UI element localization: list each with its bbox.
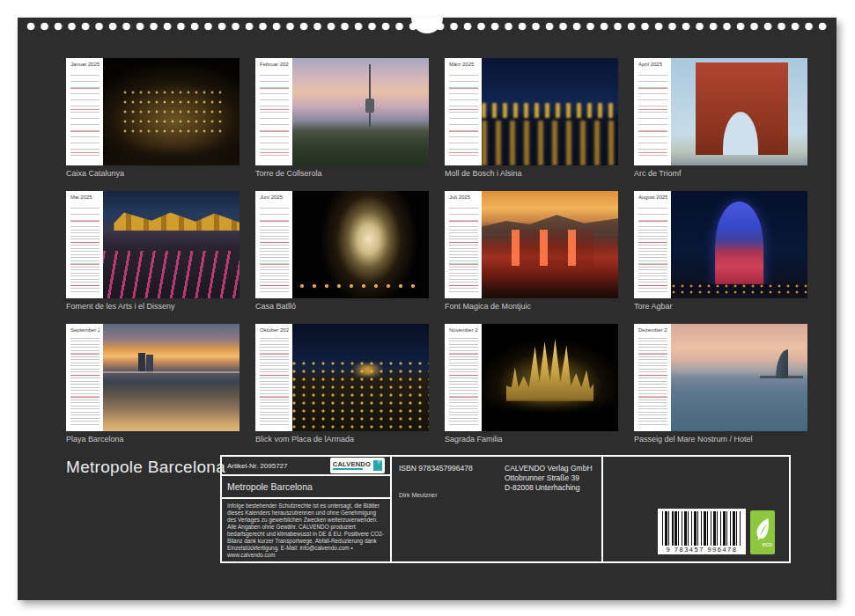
legal-text: Infolge bestehender Schutzrechte ist es … bbox=[222, 499, 390, 562]
month-tile-juni: Juni 2025 Casa Batlló bbox=[255, 191, 429, 312]
photo-foment-de-les-arts bbox=[103, 191, 240, 298]
calvendo-page-icon bbox=[373, 460, 382, 471]
date-lines bbox=[449, 202, 478, 294]
month-label: November 2025 bbox=[449, 327, 478, 334]
publisher-line: D-82008 Unterhaching bbox=[505, 483, 593, 493]
calvendo-logo-tagline bbox=[333, 468, 363, 470]
photo-caption: Playa Barcelona bbox=[66, 435, 240, 444]
month-tile-juli: Juli 2025 Font Magica de Montjuic bbox=[445, 191, 618, 312]
author-name: Dirk Meutzner bbox=[399, 492, 490, 498]
month-tile-august: August 2025 Tore Agbar bbox=[634, 191, 807, 312]
isbn-publisher-box: ISBN 9783457996478 Dirk Meutzner CALVEND… bbox=[390, 455, 603, 563]
calvendo-logo: CALVENDO bbox=[330, 458, 385, 473]
date-strip: April 2025 bbox=[634, 58, 671, 165]
month-tile-november: November 2025 Sagrada Familia bbox=[445, 324, 618, 444]
date-strip: November 2025 bbox=[445, 324, 482, 431]
month-tile-februar: Februar 2025 Torre de Collserola bbox=[255, 58, 429, 179]
month-label: Juli 2025 bbox=[449, 194, 478, 201]
photo-caixa-catalunya bbox=[103, 58, 240, 165]
publisher-line: CALVENDO Verlag GmbH bbox=[505, 464, 593, 473]
month-label: Oktober 2025 bbox=[260, 327, 289, 334]
photo-caption: Font Magica de Montjuic bbox=[445, 302, 618, 312]
date-lines bbox=[260, 202, 289, 294]
calendar-back-page: Januar 2025 Caixa Catalunya Februar 2025… bbox=[18, 18, 837, 600]
date-strip: Mai 2025 bbox=[66, 191, 103, 298]
month-label: September 2025 bbox=[70, 327, 100, 334]
month-label: Mai 2025 bbox=[70, 194, 100, 201]
barcode-bars bbox=[662, 511, 741, 546]
date-lines bbox=[449, 70, 478, 161]
photo-caption: Torre de Collserola bbox=[255, 169, 429, 179]
date-lines bbox=[70, 335, 100, 427]
photo-caption: Casa Batlló bbox=[255, 302, 429, 312]
date-strip: August 2025 bbox=[634, 191, 671, 298]
date-strip: Juli 2025 bbox=[445, 191, 482, 298]
month-tile-april: April 2025 Arc de Triomf bbox=[634, 58, 807, 179]
leaf-icon bbox=[754, 517, 771, 540]
date-strip: Oktober 2025 bbox=[255, 324, 292, 431]
photo-caption: Moll de Bosch i Alsina bbox=[445, 169, 618, 179]
photo-casa-batllo bbox=[292, 191, 429, 298]
month-grid: Januar 2025 Caixa Catalunya Februar 2025… bbox=[66, 58, 807, 444]
barcode-box: 9 783457 996478 eco bbox=[601, 455, 791, 563]
publisher-line: Ottobrunner Straße 39 bbox=[505, 473, 593, 483]
photo-placa-de-larmada bbox=[292, 324, 429, 431]
photo-caption: Passeig del Mare Nostrum / Hotel bbox=[634, 435, 807, 444]
photo-caption: Caixa Catalunya bbox=[66, 169, 240, 179]
date-lines bbox=[638, 202, 667, 294]
photo-font-magica bbox=[482, 191, 618, 298]
month-tile-oktober: Oktober 2025 Blick vom Placa de lArmada bbox=[255, 324, 429, 444]
month-tile-maerz: März 2025 Moll de Bosch i Alsina bbox=[445, 58, 618, 179]
date-strip: Februar 2025 bbox=[255, 58, 292, 165]
date-strip: März 2025 bbox=[445, 58, 482, 165]
date-lines bbox=[638, 335, 667, 427]
photo-caption: Foment de les Arts i el Disseny bbox=[66, 302, 240, 312]
photo-arc-de-triomf bbox=[671, 58, 807, 165]
photo-caption: Arc de Triomf bbox=[634, 169, 807, 179]
month-label: Februar 2025 bbox=[260, 62, 289, 68]
month-tile-januar: Januar 2025 Caixa Catalunya bbox=[66, 58, 240, 179]
artikel-info-box: Artikel-Nr. 2095727 CALVENDO Metropole B… bbox=[220, 455, 392, 563]
photo-sagrada-familia bbox=[482, 324, 618, 431]
date-lines bbox=[449, 335, 478, 427]
date-strip: Januar 2025 bbox=[66, 58, 103, 165]
photo-caption: Blick vom Placa de lArmada bbox=[255, 435, 429, 444]
photo-moll-de-bosch-i-alsina bbox=[482, 58, 618, 165]
ean-barcode: 9 783457 996478 bbox=[658, 509, 746, 554]
eco-badge: eco bbox=[750, 510, 775, 554]
photo-mare-nostrum bbox=[671, 324, 807, 431]
date-lines bbox=[70, 70, 100, 161]
isbn-number: ISBN 9783457996478 bbox=[399, 464, 490, 473]
date-lines bbox=[260, 70, 289, 161]
calvendo-logo-text: CALVENDO bbox=[333, 461, 371, 468]
month-tile-dezember: Dezember 2025 Passeig del Mare Nostrum /… bbox=[634, 324, 807, 444]
date-lines bbox=[70, 202, 100, 294]
photo-caption: Tore Agbar bbox=[634, 302, 807, 312]
date-strip: Dezember 2025 bbox=[634, 324, 671, 431]
calendar-title-small: Metropole Barcelona bbox=[222, 476, 390, 499]
month-label: Juni 2025 bbox=[260, 194, 289, 201]
month-tile-september: September 2025 Playa Barcelona bbox=[66, 324, 240, 444]
photo-caption: Sagrada Familia bbox=[445, 435, 618, 444]
barcode-digits: 9 783457 996478 bbox=[662, 546, 741, 554]
month-label: Januar 2025 bbox=[70, 62, 100, 68]
photo-playa-barcelona bbox=[103, 324, 240, 431]
calendar-title: Metropole Barcelona bbox=[66, 458, 225, 477]
date-lines bbox=[260, 335, 289, 427]
month-label: August 2025 bbox=[638, 194, 667, 201]
photo-torre-agbar bbox=[671, 191, 807, 298]
artikel-number: Artikel-Nr. 2095727 bbox=[227, 462, 287, 470]
photo-torre-de-collserola bbox=[292, 58, 429, 165]
month-label: April 2025 bbox=[638, 62, 667, 68]
eco-label: eco bbox=[763, 541, 772, 547]
date-lines bbox=[638, 70, 667, 161]
month-label: Dezember 2025 bbox=[638, 327, 667, 334]
month-tile-mai: Mai 2025 Foment de les Arts i el Disseny bbox=[66, 191, 240, 312]
date-strip: Juni 2025 bbox=[255, 191, 292, 298]
date-strip: September 2025 bbox=[66, 324, 103, 431]
publisher-address: CALVENDO Verlag GmbH Ottobrunner Straße … bbox=[505, 464, 593, 498]
month-label: März 2025 bbox=[449, 62, 478, 68]
